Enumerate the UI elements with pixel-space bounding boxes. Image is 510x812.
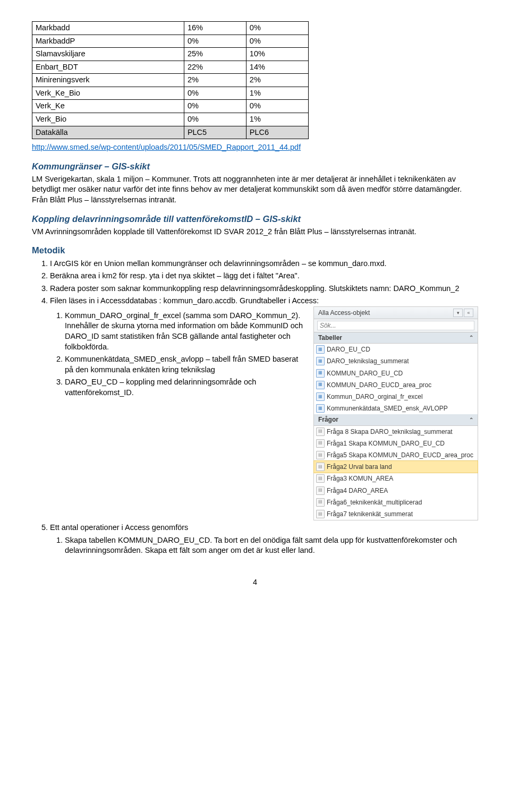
table-cell: 0% (184, 87, 246, 100)
list-item-label: Fråga5 Skapa KOMMUN_DARO_EUCD_area_proc (327, 451, 473, 459)
access-query-item[interactable]: ▤Fråga5 Skapa KOMMUN_DARO_EUCD_area_proc (314, 449, 478, 461)
section-metodik-title: Metodik (32, 244, 478, 256)
table-row: Slamavskiljare25%10% (32, 48, 309, 61)
table-icon: ▦ (316, 381, 325, 389)
metodik-item-4: Filen läses in i Accessddatabas : kommun… (50, 296, 478, 520)
section-koppling-text: VM Avrinningsområden kopplade till Vatte… (32, 227, 478, 237)
access-table-item[interactable]: ▦Kommunenkätdata_SMED_ensk_AVLOPP (314, 403, 478, 414)
dropdown-icon[interactable]: ▾ (453, 309, 463, 317)
metodik-item-3: Radera poster som saknar kommunkoppling … (50, 284, 478, 294)
table-cell: Verk_Ke (32, 100, 184, 113)
section-koppling-title: Koppling delavrinningsområde till vatten… (32, 213, 478, 225)
table-cell: 0% (184, 100, 246, 113)
table-cell: 0% (246, 35, 308, 48)
metodik-item-1: I ArcGIS kör en Union mellan kommungräns… (50, 259, 478, 269)
table-cell: 1% (246, 87, 308, 100)
metodik-item-4-sublist: Kommun_DARO_orginal_fr_excel (samma som … (50, 309, 308, 400)
access-query-item[interactable]: ▤Fråga3 KOMUN_AREA (314, 473, 478, 484)
table-row: Verk_Ke_Bio0%1% (32, 87, 309, 100)
source-link[interactable]: http://www.smed.se/wp-content/uploads/20… (32, 143, 301, 151)
table-row: Verk_Bio0%1% (32, 113, 309, 126)
metodik-sub-1: Kommun_DARO_orginal_fr_excel (samma som … (65, 311, 308, 352)
collapse-group-icon[interactable]: ⌃ (469, 416, 473, 424)
table-cell: 1% (246, 113, 308, 126)
access-query-item[interactable]: ▤Fråga 8 Skapa DARO_teknikslag_summerat (314, 426, 478, 438)
list-item-label: KOMMUN_DARO_EUCD_area_proc (327, 381, 431, 389)
list-item-label: Fråga6_teknikenkät_multiplicerad (327, 499, 422, 506)
query-icon: ▤ (316, 463, 325, 471)
page-number: 4 (32, 577, 478, 588)
access-search-input[interactable] (317, 321, 474, 330)
access-search-box (314, 319, 478, 332)
section-kommungranser-title: Kommungränser – GIS-skikt (32, 160, 478, 172)
access-table-item[interactable]: ▦DARO_teknikslag_summerat (314, 355, 478, 367)
access-query-item[interactable]: ▤Fråga2 Urval bara land (314, 461, 478, 473)
list-item-label: Fråga1 Skapa KOMMUN_DARO_EU_CD (327, 440, 445, 447)
document-link-line: http://www.smed.se/wp-content/uploads/20… (32, 142, 478, 153)
query-icon: ▤ (316, 428, 325, 436)
access-group-tables-label: Tabeller (318, 334, 342, 342)
metodik-sub-2: Kommunenkätdata_SMED_ensk_avlopp – tabel… (65, 354, 308, 375)
list-item-label: Kommunenkätdata_SMED_ensk_AVLOPP (327, 405, 448, 412)
access-group-queries[interactable]: Frågor ⌃ (314, 414, 478, 425)
table-row: Markbadd16%0% (32, 22, 309, 35)
collapse-pane-icon[interactable]: « (464, 309, 473, 317)
access-pane-title: Alla Access-objekt (318, 309, 370, 317)
access-table-item[interactable]: ▦DARO_EU_CD (314, 344, 478, 355)
table-cell: Datakälla (32, 126, 184, 139)
table-cell: 0% (184, 113, 246, 126)
table-cell: Slamavskiljare (32, 48, 184, 61)
collapse-group-icon[interactable]: ⌃ (469, 334, 473, 341)
metodik-item-5: Ett antal operationer i Access genomförs… (50, 523, 478, 556)
table-cell: 10% (246, 48, 308, 61)
table-cell: MarkbaddP (32, 35, 184, 48)
metodik-list: I ArcGIS kör en Union mellan kommungräns… (32, 259, 478, 556)
table-icon: ▦ (316, 369, 325, 378)
list-item-label: DARO_EU_CD (327, 346, 370, 353)
access-query-item[interactable]: ▤Fråga4 DARO_AREA (314, 485, 478, 497)
query-icon: ▤ (316, 474, 325, 483)
table-icon: ▦ (316, 357, 325, 365)
access-query-item[interactable]: ▤Fråga1 Skapa KOMMUN_DARO_EU_CD (314, 438, 478, 449)
table-cell: 2% (246, 74, 308, 87)
list-item-label: Fråga4 DARO_AREA (327, 487, 388, 494)
metodik-sub5-1: Skapa tabellen KOMMUN_DARO_EU_CD. Ta bor… (65, 535, 478, 556)
table-cell: 16% (184, 22, 246, 35)
access-pane-header: Alla Access-objekt ▾ « (314, 307, 478, 319)
table-cell: Markbadd (32, 22, 184, 35)
table-cell: PLC5 (184, 126, 246, 139)
table-cell: 14% (246, 61, 308, 74)
table-row: Minireningsverk2%2% (32, 74, 309, 87)
metodik-sub-3: DARO_EU_CD – koppling med delarinningsom… (65, 377, 308, 398)
table-row: MarkbaddP0%0% (32, 35, 309, 48)
table-row: Verk_Ke0%0% (32, 100, 309, 113)
list-item-label: Fråga3 KOMUN_AREA (327, 475, 393, 482)
list-item-label: DARO_teknikslag_summerat (327, 357, 409, 365)
table-icon: ▦ (316, 345, 325, 354)
access-group-queries-label: Frågor (318, 415, 338, 424)
access-query-item[interactable]: ▤Fråga6_teknikenkät_multiplicerad (314, 497, 478, 508)
table-cell: Minireningsverk (32, 74, 184, 87)
list-item-label: KOMMUN_DARO_EU_CD (327, 370, 403, 377)
table-row: DatakällaPLC5PLC6 (32, 126, 309, 139)
metodik-item-5-sublist: Skapa tabellen KOMMUN_DARO_EU_CD. Ta bor… (50, 535, 478, 556)
table-cell: 25% (184, 48, 246, 61)
table-icon: ▦ (316, 392, 325, 401)
access-navigation-pane: Alla Access-objekt ▾ « Tabeller ⌃ ▦DARO_… (313, 306, 478, 520)
access-table-item[interactable]: ▦KOMMUN_DARO_EU_CD (314, 367, 478, 379)
metodik-item-5-text: Ett antal operationer i Access genomförs (50, 523, 188, 532)
access-table-item[interactable]: ▦Kommun_DARO_orginal_fr_excel (314, 391, 478, 403)
table-cell: 0% (246, 100, 308, 113)
query-icon: ▤ (316, 439, 325, 448)
metodik-item-2: Beräkna area i km2 för resp. yta i det n… (50, 271, 478, 281)
query-icon: ▤ (316, 486, 325, 495)
table-cell: 0% (184, 35, 246, 48)
access-query-item[interactable]: ▤Fråga7 teknikenkät_summerat (314, 508, 478, 520)
access-table-item[interactable]: ▦KOMMUN_DARO_EUCD_area_proc (314, 379, 478, 391)
table-cell: Verk_Ke_Bio (32, 87, 184, 100)
access-group-tables[interactable]: Tabeller ⌃ (314, 332, 478, 344)
table-row: Enbart_BDT22%14% (32, 61, 309, 74)
list-item-label: Fråga 8 Skapa DARO_teknikslag_summerat (327, 428, 453, 435)
query-icon: ▤ (316, 451, 325, 459)
query-icon: ▤ (316, 498, 325, 507)
